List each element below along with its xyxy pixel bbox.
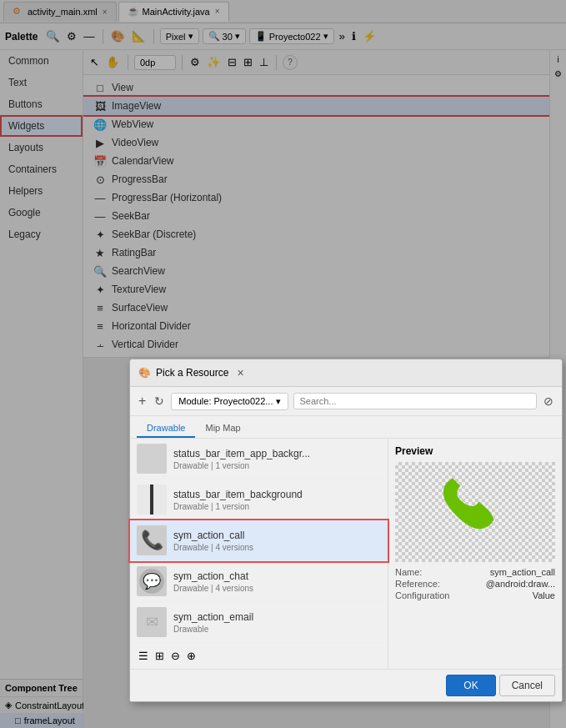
preview-name-key: Name: [395, 567, 422, 577]
zoom-out-button[interactable]: ⊖ [169, 648, 182, 664]
preview-info: Name: sym_action_call Reference: @androi… [395, 567, 555, 602]
preview-ref-val: @android:draw... [486, 579, 555, 589]
pick-resource-dialog: 🎨 Pick a Resource × + ↻ Module: Proyecto… [129, 359, 563, 702]
cancel-button[interactable]: Cancel [499, 675, 555, 696]
dialog-close-button[interactable]: × [233, 366, 247, 379]
preview-config-row: Configuration Value [395, 590, 555, 600]
dialog-tabs: Drawable Mip Map [130, 416, 562, 439]
dialog-titlebar: 🎨 Pick a Resource × [130, 359, 562, 387]
item-meta-status-bar-bg: Drawable | 1 version [173, 502, 303, 511]
dialog-toolbar: + ↻ Module: Proyecto022... ▾ ⊘ [130, 387, 562, 416]
thumb-sym-action-chat: 💬 [137, 566, 167, 596]
module-dropdown[interactable]: Module: Proyecto022... ▾ [171, 393, 288, 410]
thumb-status-bar-app-bg [137, 444, 167, 474]
item-info-sym-action-email: sym_action_email Drawable [173, 611, 253, 634]
item-meta-sym-action-chat: Drawable | 4 versions [173, 584, 253, 593]
thumb-sym-action-email: ✉ [137, 607, 167, 637]
dialog-title-icon: 🎨 [138, 367, 151, 379]
item-meta-sym-action-call: Drawable | 4 versions [173, 543, 253, 552]
preview-canvas [395, 462, 555, 562]
dialog-footer: OK Cancel [130, 669, 562, 701]
preview-config-key: Configuration [395, 590, 449, 600]
item-info-sym-action-call: sym_action_call Drawable | 4 versions [173, 530, 253, 552]
item-info-status-bar-app-bg: status_bar_item_app_backgr... Drawable |… [173, 448, 310, 470]
preview-ref-key: Reference: [395, 579, 440, 589]
module-label: Module: Proyecto022... [178, 396, 273, 406]
ok-button[interactable]: OK [446, 675, 495, 696]
add-resource-button[interactable]: + [137, 392, 148, 410]
dialog-body: status_bar_item_app_backgr... Drawable |… [130, 439, 562, 669]
item-name-status-bar-app-bg: status_bar_item_app_backgr... [173, 448, 310, 459]
preview-config-val: Value [533, 590, 555, 600]
list-item-sym-action-call[interactable]: 📞 sym_action_call Drawable | 4 versions [130, 520, 388, 561]
item-name-sym-action-chat: sym_action_chat [173, 570, 253, 582]
grid-view-button[interactable]: ⊞ [153, 648, 166, 664]
thumb-status-bar-bg [137, 484, 167, 515]
preview-panel: Preview Name: sym_action_call Reference:… [388, 439, 562, 669]
preview-ref-row: Reference: @android:draw... [395, 579, 555, 589]
list-item-status-bar-app-bg[interactable]: status_bar_item_app_backgr... Drawable |… [130, 439, 388, 479]
preview-title: Preview [395, 445, 555, 457]
item-name-status-bar-bg: status_bar_item_background [173, 489, 303, 500]
preview-name-val: sym_action_call [490, 567, 555, 577]
item-meta-status-bar-app-bg: Drawable | 1 version [173, 461, 310, 470]
list-item-status-bar-bg[interactable]: status_bar_item_background Drawable | 1 … [130, 479, 388, 520]
item-info-sym-action-chat: sym_action_chat Drawable | 4 versions [173, 570, 253, 593]
preview-phone-svg [438, 474, 513, 550]
resource-list: status_bar_item_app_backgr... Drawable |… [130, 439, 388, 669]
dialog-title-text: Pick a Resource [156, 367, 228, 379]
item-meta-sym-action-email: Drawable [173, 625, 253, 634]
tab-drawable[interactable]: Drawable [137, 419, 195, 438]
item-name-sym-action-email: sym_action_email [173, 611, 253, 623]
thumb-sym-action-call: 📞 [137, 525, 167, 555]
item-info-status-bar-bg: status_bar_item_background Drawable | 1 … [173, 489, 303, 511]
list-view-button[interactable]: ☰ [137, 648, 150, 664]
refresh-button[interactable]: ↻ [153, 393, 166, 409]
item-name-sym-action-call: sym_action_call [173, 530, 253, 541]
list-bottom-toolbar: ☰ ⊞ ⊖ ⊕ [130, 643, 388, 669]
list-item-sym-action-email[interactable]: ✉ sym_action_email Drawable [130, 602, 388, 643]
list-item-sym-action-chat[interactable]: 💬 sym_action_chat Drawable | 4 versions [130, 561, 388, 602]
zoom-in-button[interactable]: ⊕ [185, 648, 198, 664]
module-chevron: ▾ [276, 396, 281, 407]
resource-search-input[interactable] [293, 393, 537, 409]
tab-mipmap[interactable]: Mip Map [195, 419, 250, 438]
preview-name-row: Name: sym_action_call [395, 567, 555, 577]
chat-thumb-icon: 💬 [139, 569, 164, 594]
filter-button[interactable]: ⊘ [542, 393, 555, 409]
